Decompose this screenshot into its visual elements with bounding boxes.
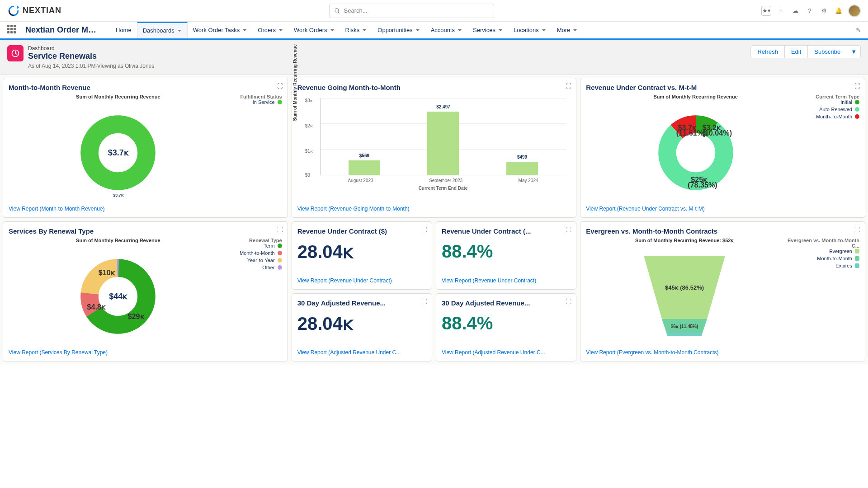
page-header: Dashboard Service Renewals As of Aug 14,… bbox=[0, 40, 868, 75]
more-actions-button[interactable]: ▼ bbox=[847, 45, 861, 58]
expand-icon[interactable]: ⛶ bbox=[421, 226, 427, 233]
bar: $569 bbox=[349, 160, 380, 175]
card-adjusted-revenue-pct: ⛶ 30 Day Adjusted Revenue... 88.4% View … bbox=[436, 293, 576, 361]
expand-icon[interactable]: ⛶ bbox=[566, 298, 571, 305]
view-report-link[interactable]: View Report (Revenue Under Contract) bbox=[297, 277, 426, 284]
view-report-link[interactable]: View Report (Month-to-Month Revenue) bbox=[9, 206, 282, 212]
metric-value: 88.4% bbox=[442, 313, 571, 333]
view-report-link[interactable]: View Report (Services By Renewal Type) bbox=[9, 349, 282, 356]
app-title: Nextian Order Man... bbox=[25, 25, 98, 35]
metric-value: 28.04ᴋ bbox=[297, 313, 426, 334]
dashboard-icon bbox=[7, 45, 24, 61]
header-utility-icons: ★▾ ＋ ☁ ? ⚙ 🔔 bbox=[761, 5, 861, 17]
chevron-down-icon bbox=[542, 28, 546, 33]
expand-icon[interactable]: ⛶ bbox=[854, 226, 860, 233]
nav-accounts[interactable]: Accounts bbox=[425, 22, 467, 38]
svg-text:(11.61%): (11.61%) bbox=[676, 129, 706, 137]
card-title: 30 Day Adjusted Revenue... bbox=[297, 299, 426, 307]
search-icon bbox=[334, 8, 340, 14]
brand-name: NEXTIAN bbox=[23, 6, 61, 15]
edit-button[interactable]: Edit bbox=[785, 45, 808, 58]
card-title: Evergreen vs. Month-to-Month Contracts bbox=[586, 227, 859, 235]
card-revenue-under-contract-dollar: ⛶ Revenue Under Contract ($) 28.04ᴋ View… bbox=[292, 221, 432, 290]
donut-chart: $29ᴋ $4.8ᴋ $10ᴋ $44ᴋ bbox=[9, 243, 228, 349]
card-title: Revenue Going Month-to-Month bbox=[297, 84, 571, 91]
card-adjusted-revenue-dollar: ⛶ 30 Day Adjusted Revenue... 28.04ᴋ View… bbox=[292, 293, 432, 361]
card-revenue-going-mtm: ⛶ Revenue Going Month-to-Month Sum of Mo… bbox=[292, 78, 577, 218]
legend-item: In Service bbox=[231, 99, 282, 105]
expand-icon[interactable]: ⛶ bbox=[854, 83, 860, 89]
edit-nav-icon[interactable]: ✎ bbox=[856, 27, 861, 33]
expand-icon[interactable]: ⛶ bbox=[277, 226, 283, 233]
view-report-link[interactable]: View Report (Adjusted Revenue Under C... bbox=[297, 349, 426, 356]
nav-more[interactable]: More bbox=[552, 22, 583, 38]
nav-orders[interactable]: Orders bbox=[252, 22, 288, 38]
page-actions: Refresh Edit Subscribe ▼ bbox=[750, 45, 861, 58]
legend-item: Expires bbox=[786, 263, 859, 268]
chart-subtitle: Sum of Monthly Recurring Revenue bbox=[586, 94, 805, 99]
legend-title: Renewal Type bbox=[231, 238, 282, 243]
nav-locations[interactable]: Locations bbox=[508, 22, 552, 38]
nav-home[interactable]: Home bbox=[110, 22, 137, 38]
help-icon[interactable]: ? bbox=[805, 6, 815, 16]
chevron-down-icon bbox=[330, 28, 335, 33]
subscribe-button[interactable]: Subscribe bbox=[808, 45, 847, 58]
view-report-link[interactable]: View Report (Revenue Going Month-to-Mont… bbox=[297, 206, 571, 212]
expand-icon[interactable]: ⛶ bbox=[566, 226, 571, 233]
donut-chart: $3.7ᴋ $3.7ᴋ bbox=[9, 99, 228, 206]
expand-icon[interactable]: ⛶ bbox=[277, 83, 283, 89]
app-launcher-icon[interactable] bbox=[7, 25, 18, 36]
donut-center-value: $44ᴋ bbox=[109, 291, 127, 301]
chevron-down-icon bbox=[573, 28, 577, 33]
legend-title: Current Term Type bbox=[809, 94, 859, 99]
svg-text:(78.35%): (78.35%) bbox=[688, 181, 717, 189]
page-meta: As of Aug 14, 2023 1:01 PM·Viewing as Ol… bbox=[28, 63, 154, 69]
nav-opportunities[interactable]: Opportunities bbox=[372, 22, 425, 38]
x-axis-label: Current Term End Date bbox=[320, 186, 566, 191]
nav-risks[interactable]: Risks bbox=[340, 22, 373, 38]
setup-gear-icon[interactable]: ⚙ bbox=[819, 6, 829, 16]
card-title: Revenue Under Contract vs. M-t-M bbox=[586, 84, 859, 91]
card-title: Services By Renewal Type bbox=[9, 227, 282, 235]
chart-subtitle: Sum of Monthly Recurring Revenue bbox=[9, 94, 228, 99]
global-header: NEXTIAN ★▾ ＋ ☁ ? ⚙ 🔔 bbox=[0, 0, 868, 22]
svg-text:$29ᴋ: $29ᴋ bbox=[128, 312, 145, 320]
bar: $499 bbox=[506, 162, 538, 175]
svg-text:(10.04%): (10.04%) bbox=[702, 129, 732, 137]
dashboard-grid: ⛶ Month-to-Month Revenue Sum of Monthly … bbox=[0, 75, 868, 364]
metric-value: 88.4% bbox=[442, 241, 571, 262]
refresh-button[interactable]: Refresh bbox=[750, 45, 785, 58]
expand-icon[interactable]: ⛶ bbox=[421, 298, 427, 305]
view-report-link[interactable]: View Report (Revenue Under Contract vs. … bbox=[586, 206, 859, 212]
nav-work-order-tasks[interactable]: Work Order Tasks bbox=[188, 22, 253, 38]
legend-item: Term bbox=[231, 243, 282, 249]
global-search[interactable] bbox=[329, 4, 494, 18]
legend-title: Fulfillment Status bbox=[231, 94, 282, 99]
card-mtm-revenue: ⛶ Month-to-Month Revenue Sum of Monthly … bbox=[3, 78, 288, 218]
legend-item: Other bbox=[231, 265, 282, 270]
legend-item: Auto-Renewed bbox=[809, 107, 859, 112]
app-navbar: Nextian Order Man... Home Dashboards Wor… bbox=[0, 22, 868, 40]
user-avatar[interactable] bbox=[848, 5, 861, 17]
expand-icon[interactable]: ⛶ bbox=[566, 83, 571, 89]
chevron-down-icon bbox=[498, 28, 503, 33]
nav-work-orders[interactable]: Work Orders bbox=[288, 22, 340, 38]
salesforce-icon[interactable]: ☁ bbox=[790, 6, 800, 16]
view-report-link[interactable]: View Report (Adjusted Revenue Under C... bbox=[442, 349, 571, 356]
nav-dashboards[interactable]: Dashboards bbox=[137, 22, 188, 38]
metrics-grid: ⛶ Revenue Under Contract ($) 28.04ᴋ View… bbox=[292, 221, 577, 361]
donut-center-value: $3.7ᴋ bbox=[108, 148, 128, 158]
view-report-link[interactable]: View Report (Revenue Under Contract) bbox=[442, 277, 571, 284]
favorites-button[interactable]: ★▾ bbox=[761, 6, 771, 16]
search-input[interactable] bbox=[344, 7, 489, 14]
notifications-bell-icon[interactable]: 🔔 bbox=[834, 6, 844, 16]
add-icon[interactable]: ＋ bbox=[776, 6, 786, 16]
svg-marker-20 bbox=[666, 333, 703, 336]
view-report-link[interactable]: View Report (Evergreen vs. Month-to-Mont… bbox=[586, 349, 859, 356]
card-title: Revenue Under Contract (... bbox=[442, 227, 571, 235]
card-title: Revenue Under Contract ($) bbox=[297, 227, 426, 235]
svg-text:$10ᴋ: $10ᴋ bbox=[99, 268, 115, 277]
card-revenue-under-contract-pct: ⛶ Revenue Under Contract (... 88.4% View… bbox=[436, 221, 576, 290]
nav-services[interactable]: Services bbox=[467, 22, 508, 38]
chevron-down-icon bbox=[458, 28, 462, 33]
